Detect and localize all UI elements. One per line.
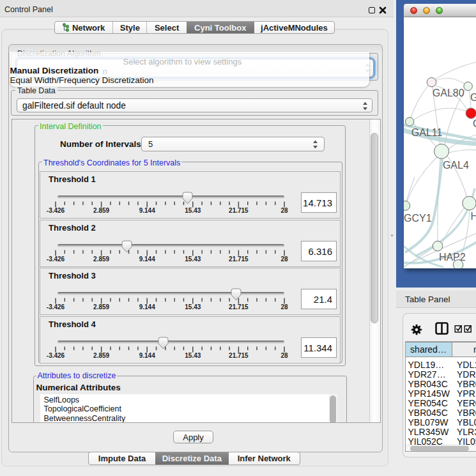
svg-text:HAP2: HAP2	[438, 252, 465, 263]
svg-text:C: C	[472, 118, 476, 129]
svg-text:GA: GA	[470, 92, 476, 103]
svg-text:GAL11: GAL11	[411, 127, 442, 138]
svg-text:H: H	[470, 211, 476, 222]
svg-text:GCY1: GCY1	[404, 213, 432, 224]
svg-text:GAL4: GAL4	[442, 160, 468, 171]
svg-text:GAL80: GAL80	[432, 88, 464, 98]
